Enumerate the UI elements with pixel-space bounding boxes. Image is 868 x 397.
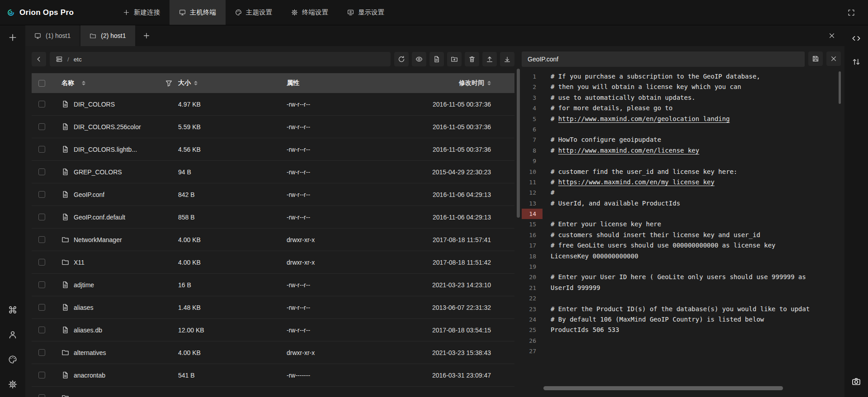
line-number: 21 [522,283,542,293]
scrollbar-thumb[interactable] [839,71,841,104]
file-size: 858 B [178,214,287,221]
scrollbar-thumb[interactable] [543,386,783,390]
new-tab-button[interactable] [136,25,157,46]
link[interactable]: https://www.maxmind.com/en/my_license_ke… [558,178,715,186]
editor-close-button[interactable] [826,51,841,66]
row-checkbox[interactable] [38,372,45,378]
file-manager-panel: / etc 名称 大小 [32,51,514,397]
table-row[interactable]: DIR_COLORS4.97 KB-rw-r--r--2016-11-05 00… [32,93,514,116]
fullscreen-button[interactable] [844,5,859,20]
table-row[interactable]: DIR_COLORS.lightb...4.56 KB-rw-r--r--201… [32,138,514,161]
scrollbar-thumb[interactable] [517,69,520,218]
download-button[interactable] [500,52,514,66]
row-checkbox[interactable] [38,349,45,356]
menu-item-terminal-settings[interactable]: 终端设置 [282,0,338,25]
table-row[interactable]: DIR_COLORS.256color5.59 KB-rw-r--r--2016… [32,116,514,138]
row-checkbox[interactable] [38,304,45,311]
table-row[interactable]: aliases.db12.00 KB-rw-r--r--2017-08-18 0… [32,319,514,341]
line-number: 24 [522,314,542,325]
line-number: 10 [522,167,542,177]
sort-size-icon[interactable] [194,81,198,86]
sort-mtime-icon[interactable] [487,81,491,86]
row-checkbox[interactable] [38,123,45,130]
row-checkbox[interactable] [38,327,45,333]
column-header-size[interactable]: 大小 [178,79,191,87]
sort-name-icon[interactable] [82,81,85,86]
code-area[interactable]: # If you purchase a subscription to the … [542,70,841,383]
row-checkbox[interactable] [38,259,45,266]
refresh-button[interactable] [394,52,409,66]
table-row[interactable]: GREP_COLORS94 B-rw-r--r--2015-04-29 22:3… [32,161,514,183]
column-header-mtime[interactable]: 修改时间 [459,79,484,87]
current-directory[interactable]: etc [74,56,82,63]
table-row[interactable]: NetworkManager4.00 KBdrwxr-xr-x2017-08-1… [32,229,514,251]
file-table-header: 名称 大小 属性 修改时间 [32,73,514,93]
back-button[interactable] [32,52,46,66]
file-icon [61,371,69,379]
settings-button[interactable] [5,377,20,392]
table-row[interactable]: alternatives4.00 KBdrwxr-xr-x2021-03-23 … [32,341,514,364]
tab-1[interactable]: (1) host1 [25,25,80,46]
link[interactable]: http://www.maxmind.com/en/geolocation_la… [558,115,730,122]
screenshot-button[interactable] [849,374,864,389]
table-row[interactable] [32,387,514,397]
table-row[interactable]: GeoIP.conf.default858 B-rw-r--r--2016-11… [32,206,514,229]
users-button[interactable] [5,327,20,342]
folder-icon [61,236,69,243]
close-all-tabs-button[interactable] [828,25,844,46]
code-line: UserId 999999 [551,283,841,293]
row-checkbox[interactable] [38,214,45,220]
tab-2[interactable]: (2) host1 [80,25,136,46]
folder-icon [61,349,69,356]
row-checkbox[interactable] [38,168,45,175]
file-rows: DIR_COLORS4.97 KB-rw-r--r--2016-11-05 00… [32,93,514,397]
editor-toggle-button[interactable] [849,31,864,46]
delete-button[interactable] [465,52,479,66]
filter-icon[interactable] [165,79,173,87]
new-folder-button[interactable] [447,52,462,66]
link[interactable]: http://www.maxmind.com/en/license_key [558,147,699,154]
table-row[interactable]: adjtime16 B-rw-r--r--2021-03-23 14:23:10 [32,274,514,296]
row-checkbox[interactable] [38,236,45,243]
new-file-button[interactable] [429,52,444,66]
column-header-attr[interactable]: 属性 [287,79,299,86]
menu-item-new-connection[interactable]: 新建连接 [113,0,170,25]
code-line [551,156,841,166]
shortcuts-button[interactable] [5,302,20,318]
line-number: 20 [522,272,542,282]
row-checkbox[interactable] [38,281,45,288]
table-row[interactable]: aliases1.48 KB-rw-r--r--2013-06-07 22:31… [32,296,514,319]
upload-button[interactable] [482,52,497,66]
editor-filename: GeoIP.conf [522,51,805,67]
file-mtime: 2015-04-29 22:30:23 [418,168,514,176]
menu-item-display-settings[interactable]: 显示设置 [338,0,394,25]
select-all-checkbox[interactable] [38,80,45,87]
save-button[interactable] [808,51,823,66]
theme-button[interactable] [5,352,20,367]
code-line: # http://www.maxmind.com/en/license_key [551,145,841,156]
code-text: # customer find the user_id and license … [551,168,737,175]
menu-item-host-terminal[interactable]: 主机终端 [170,0,226,25]
editor-vertical-scrollbar[interactable] [839,70,841,383]
table-row[interactable]: X114.00 KBdrwxr-xr-x2017-08-18 11:51:42 [32,251,514,274]
code-text: # [551,189,554,196]
row-checkbox[interactable] [38,191,45,198]
breadcrumb[interactable]: / etc [50,52,391,66]
table-row[interactable]: anacrontab541 B-rw-------2016-03-31 23:0… [32,364,514,387]
file-attr: -rw-r--r-- [287,327,418,334]
preview-button[interactable] [412,52,426,66]
file-size: 4.00 KB [178,349,287,356]
table-row[interactable]: GeoIP.conf842 B-rw-r--r--2016-11-06 04:2… [32,183,514,206]
row-checkbox[interactable] [38,146,45,153]
row-checkbox[interactable] [38,394,45,397]
line-number: 13 [522,198,542,209]
menu-item-theme-settings[interactable]: 主题设置 [226,0,282,25]
sort-order-button[interactable] [849,54,864,70]
editor-horizontal-scrollbar[interactable] [522,386,840,391]
column-header-name[interactable]: 名称 [61,79,74,87]
brand[interactable]: Orion Ops Pro [7,8,104,17]
editor-body[interactable]: 1234567891011121314151617181920212223242… [522,70,841,383]
row-checkbox[interactable] [38,101,45,107]
file-list-scrollbar[interactable] [514,51,522,397]
new-connection-button[interactable] [5,30,20,45]
